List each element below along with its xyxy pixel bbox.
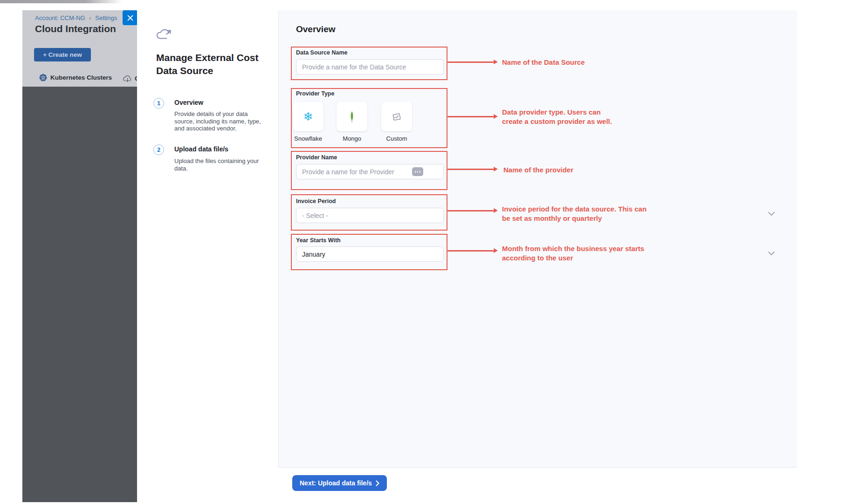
annotation-text-provider-name: Name of the provider [503,165,573,175]
provider-card-custom[interactable] [381,102,412,131]
data-source-name-label: Data Source Name [296,49,347,56]
cloud-download-icon [123,74,132,82]
annotation-text-year-starts-with: Month from which the business year start… [502,244,644,262]
ellipsis-icon [414,170,421,173]
invoice-period-label: Invoice Period [296,198,336,204]
provider-name-label: Provider Name [296,154,337,161]
close-button[interactable] [123,10,138,25]
step-1-title: Overview [174,99,203,106]
provider-card-snowflake[interactable]: ❄ [293,102,323,131]
step-1-number: 1 [153,98,164,109]
tab-kubernetes-clusters[interactable]: Kubernetes Clusters [39,74,112,82]
annotation-text-data-source-name: Name of the Data Source [502,58,585,67]
provider-option-label: Custom [386,135,407,142]
step-2-title: Upload data file/s [174,145,228,153]
screenshot-artifact-bar [0,0,122,3]
breadcrumb: Account: CCM-NG › Settings [35,14,117,21]
data-source-name-input[interactable] [296,59,444,75]
tab-kubernetes-label: Kubernetes Clusters [50,74,112,81]
custom-provider-icon [391,111,403,123]
breadcrumb-settings-link[interactable]: Settings [95,14,117,21]
page-title: Cloud Integration [35,23,116,34]
snowflake-icon: ❄ [303,111,313,123]
next-upload-data-button[interactable]: Next: Upload data file/s [292,475,387,491]
page: { "background_page": { "breadcrumb": { "… [0,0,853,504]
provider-option-label: Snowflake [294,135,322,142]
invoice-period-select[interactable] [296,208,444,223]
drawer-footer: Next: Upload data file/s [278,467,797,502]
invoice-period-chevron-down-icon[interactable] [768,211,775,216]
runtime-input-ellipsis-button[interactable] [412,167,423,176]
tab-cloud-truncated[interactable]: C [123,74,137,82]
year-starts-with-select[interactable] [296,246,444,262]
step-1-description: Provide details of your data source, inc… [174,110,268,132]
kubernetes-icon [39,74,47,82]
create-new-label: + Create new [43,51,82,58]
year-starts-with-chevron-down-icon[interactable] [768,251,775,256]
step-2-description: Upload the files containing your data. [174,157,268,172]
form-section-heading: Overview [296,24,336,34]
create-new-button[interactable]: + Create new [34,48,91,61]
annotation-text-provider-type: Data provider type. Users can create a c… [502,108,612,126]
step-2-number: 2 [153,144,164,155]
breadcrumb-separator: › [89,14,91,21]
tab-bar: Kubernetes Clusters C [22,74,137,87]
provider-option-label: Mongo [343,135,361,142]
wizard-steps-panel: Manage External Cost Data Source 1 Overv… [137,10,278,502]
cloud-export-icon [156,27,172,44]
page-header: Account: CCM-NG › Settings Cloud Integra… [22,10,137,87]
provider-type-label: Provider Type [296,90,334,97]
drawer-heading: Manage External Cost Data Source [156,51,261,77]
next-button-label: Next: Upload data file/s [300,479,372,487]
chevron-right-icon [376,480,379,486]
provider-card-mongo[interactable] [337,102,367,131]
close-icon [127,15,133,21]
annotation-text-invoice-period: Invoice period for the data source. This… [502,204,647,223]
dimmed-page-panel: Account: CCM-NG › Settings Cloud Integra… [22,10,137,502]
breadcrumb-account-link[interactable]: Account: CCM-NG [35,14,85,21]
mongodb-leaf-icon [347,111,357,123]
form-panel [278,10,797,467]
year-starts-with-label: Year Starts With [296,237,341,244]
